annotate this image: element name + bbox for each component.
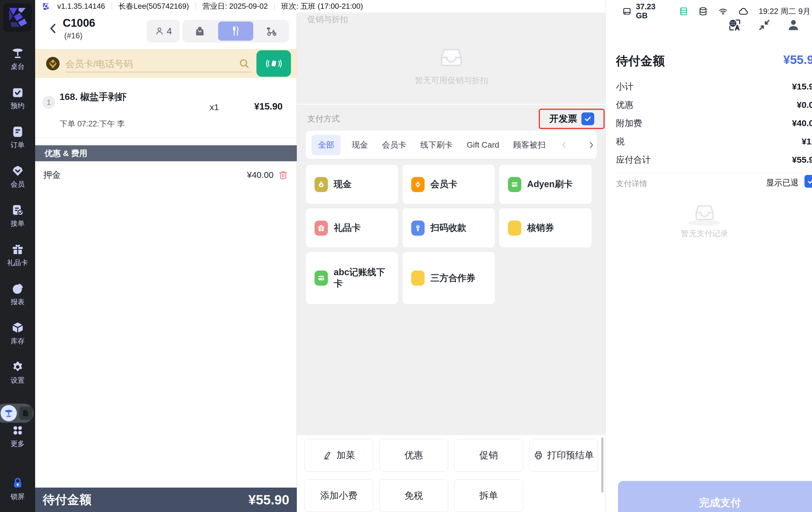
- divider: [274, 3, 275, 10]
- cutlery-icon: [230, 25, 241, 37]
- payment-method-partner-voucher[interactable]: 三方合作券: [403, 252, 495, 304]
- summary-label: 应付合计: [616, 154, 651, 166]
- action-label: 促销: [480, 449, 498, 462]
- tab-cash[interactable]: 现金: [352, 139, 368, 151]
- collapse-icon[interactable]: [758, 19, 771, 31]
- empty-inbox-icon: [694, 202, 715, 223]
- sidebar-item-lock-screen[interactable]: 锁屏: [0, 477, 35, 501]
- summary-value: ¥40.0: [792, 118, 812, 128]
- scan-member-card-button[interactable]: [256, 50, 291, 77]
- guest-count-button[interactable]: 4: [147, 20, 180, 43]
- discount-button[interactable]: 优惠: [379, 439, 448, 471]
- invoice-highlight-box: 开发票: [539, 109, 605, 129]
- payment-method-abc-offline-card[interactable]: abc记账线下卡: [306, 252, 398, 304]
- dine-in-tab-selected[interactable]: [218, 22, 253, 41]
- takeout-tab[interactable]: [182, 20, 217, 43]
- cloud-icon: [738, 6, 749, 17]
- kitchen-display-icon: [679, 6, 688, 16]
- sidebar-item-label: 库存: [11, 336, 25, 346]
- chevron-left-icon[interactable]: [560, 141, 568, 150]
- payment-method-member-card[interactable]: 会员卡: [403, 165, 495, 204]
- table-mode-toggle[interactable]: [0, 404, 34, 423]
- app-version: v1.1.35.14146: [57, 2, 105, 11]
- add-tip-button[interactable]: 添加小费: [304, 480, 373, 512]
- complete-payment-button[interactable]: 完成支付: [618, 481, 812, 512]
- table-icon: [11, 47, 24, 60]
- tab-customer-scan[interactable]: 顾客被扫: [513, 139, 546, 151]
- summary-label: 优惠: [616, 99, 633, 111]
- sidebar-item-members[interactable]: 会员: [0, 164, 35, 189]
- user-profile-icon[interactable]: [786, 18, 801, 32]
- payment-method-grid: 现金 会员卡 Adyen刷卡 礼品卡 扫码收款: [306, 165, 591, 304]
- sidebar-item-tables[interactable]: 桌台: [0, 47, 35, 71]
- search-icon[interactable]: [238, 58, 250, 70]
- brand-logo: [3, 3, 32, 32]
- show-refunded-checkbox-checked[interactable]: [805, 175, 812, 188]
- pie-chart-icon: [11, 282, 24, 295]
- person-icon: [154, 26, 164, 36]
- member-icon: [411, 177, 425, 192]
- sidebar-item-orders[interactable]: 订单: [0, 125, 35, 150]
- quick-order-mode[interactable]: [19, 406, 32, 420]
- back-button[interactable]: [47, 22, 60, 35]
- sidebar-item-label: 报表: [11, 297, 25, 306]
- promotions-empty-text: 暂无可用促销与折扣: [297, 75, 606, 86]
- promotions-title: 促销与折扣: [307, 14, 348, 25]
- business-day: 营业日: 2025-09-02: [202, 1, 268, 11]
- guest-count: 4: [167, 26, 172, 36]
- sidebar-item-label: 接单: [11, 219, 25, 228]
- sidebar: 桌台 预约 订单 会员 接单 礼品卡 报表 库存 设置: [0, 0, 35, 512]
- tab-all[interactable]: 全部: [312, 135, 341, 155]
- tab-offline-card[interactable]: 线下刷卡: [420, 139, 453, 151]
- payment-records-empty-text: 暂无支付记录: [606, 228, 803, 239]
- payment-method-verify-voucher[interactable]: 核销券: [499, 208, 591, 248]
- sidebar-item-incoming-orders[interactable]: 接单: [0, 204, 35, 228]
- scrollbar-thumb[interactable]: [601, 437, 604, 492]
- split-order-button[interactable]: 拆单: [454, 480, 523, 512]
- order-type-segmented: [182, 20, 289, 43]
- summary-label: 税: [616, 136, 625, 147]
- tab-member-card[interactable]: 会员卡: [382, 139, 406, 151]
- sidebar-item-reports[interactable]: 报表: [0, 282, 35, 306]
- summary-row-tax: 税 ¥1.: [616, 136, 812, 147]
- item-name[interactable]: 168. 椒盐手剥虾: [60, 91, 126, 103]
- promotion-button[interactable]: 促销: [454, 439, 523, 471]
- member-search-input[interactable]: 会员卡/电话号码: [65, 58, 133, 71]
- fee-amount: ¥40.00: [247, 170, 273, 180]
- payment-methods-title: 支付方式: [307, 113, 340, 124]
- invoice-checkbox-checked[interactable]: [581, 112, 594, 125]
- add-dish-button[interactable]: 加菜: [304, 439, 373, 471]
- tax-exempt-button[interactable]: 免税: [379, 480, 448, 512]
- tab-gift-card[interactable]: Gift Card: [467, 140, 499, 150]
- sidebar-item-label: 桌台: [11, 62, 25, 71]
- card-icon: [315, 271, 328, 286]
- table-mode-active[interactable]: [1, 405, 17, 421]
- sidebar-item-label: 礼品卡: [7, 258, 28, 267]
- sidebar-item-label: 会员: [11, 180, 25, 189]
- summary-row-discount: 优惠 ¥0.0: [616, 99, 812, 111]
- language-translate-icon[interactable]: [728, 18, 742, 32]
- trash-icon[interactable]: [278, 169, 289, 181]
- scan-icon: [411, 220, 425, 236]
- payment-method-adyen[interactable]: Adyen刷卡: [499, 165, 591, 204]
- item-order-meta: 下单 07:22:下午 李: [60, 118, 125, 129]
- sidebar-item-gift-cards[interactable]: 礼品卡: [0, 243, 35, 267]
- pending-amount-label: 待付金额: [43, 492, 91, 508]
- summary-value: ¥15.9: [792, 82, 812, 91]
- delivery-tab[interactable]: [254, 20, 289, 43]
- sidebar-item-reservations[interactable]: 预约: [0, 86, 35, 110]
- action-label: 加菜: [337, 449, 355, 462]
- chevron-right-icon[interactable]: [587, 141, 596, 150]
- sidebar-item-inventory[interactable]: 库存: [0, 321, 35, 346]
- payment-method-gift-card[interactable]: 礼品卡: [306, 208, 398, 248]
- gift-icon: [11, 243, 24, 256]
- action-label: 优惠: [405, 449, 423, 462]
- print-pre-bill-button[interactable]: 打印预结单: [529, 439, 598, 471]
- sidebar-item-settings[interactable]: 设置: [0, 360, 35, 385]
- summary-row-subtotal: 小计 ¥15.9: [616, 81, 812, 92]
- calendar-check-icon: [11, 86, 24, 99]
- payment-method-cash[interactable]: 现金: [306, 165, 398, 204]
- sidebar-item-more[interactable]: 更多: [0, 424, 35, 448]
- payment-method-qr-scan[interactable]: 扫码收款: [403, 208, 495, 248]
- payment-method-label: 核销券: [527, 222, 554, 234]
